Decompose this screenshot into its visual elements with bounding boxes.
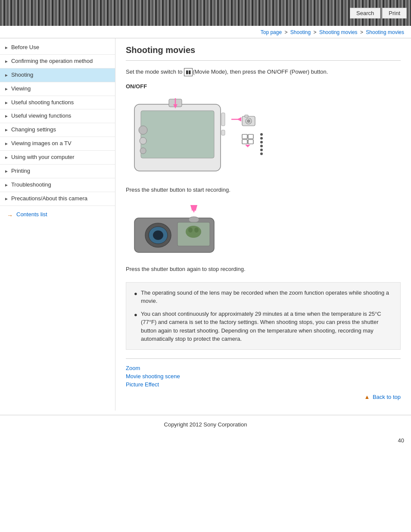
breadcrumb-shooting[interactable]: Shooting xyxy=(290,29,311,35)
arrow-icon: ► xyxy=(4,196,9,202)
svg-point-36 xyxy=(186,226,201,238)
svg-point-24 xyxy=(260,145,263,147)
svg-point-25 xyxy=(260,149,263,151)
contents-list-label: Contents list xyxy=(16,211,47,218)
sidebar-item-changing[interactable]: ► Changing settings xyxy=(0,123,115,137)
sidebar-label: Viewing images on a TV xyxy=(11,140,111,147)
svg-point-37 xyxy=(188,227,193,233)
sidebar-label: Printing xyxy=(11,168,111,175)
svg-rect-1 xyxy=(141,111,214,158)
svg-marker-20 xyxy=(245,145,250,147)
search-button[interactable]: Search xyxy=(350,8,380,19)
svg-point-22 xyxy=(260,137,263,140)
sidebar-label: Using with your computer xyxy=(11,154,111,161)
arrow-icon: ► xyxy=(4,155,9,160)
sidebar: ► Before Use ► Confirming the operation … xyxy=(0,38,115,411)
svg-rect-13 xyxy=(245,115,248,117)
svg-rect-17 xyxy=(248,134,253,139)
sidebar-item-printing[interactable]: ► Printing xyxy=(0,165,115,178)
svg-rect-8 xyxy=(221,113,225,126)
arrow-icon: ► xyxy=(4,86,9,92)
sidebar-item-shooting[interactable]: ► Shooting xyxy=(0,68,115,82)
breadcrumb-top[interactable]: Top page xyxy=(261,29,282,35)
svg-rect-19 xyxy=(248,140,253,144)
breadcrumb-shooting-movies[interactable]: Shooting movies xyxy=(319,29,358,35)
step2-text: Press the shutter button to start record… xyxy=(126,186,401,194)
page-number: 40 xyxy=(0,434,411,447)
sidebar-label: Shooting xyxy=(11,72,111,79)
print-button[interactable]: Print xyxy=(382,8,407,19)
related-link-picture-effect[interactable]: Picture Effect xyxy=(126,381,401,388)
arrow-icon: ► xyxy=(4,113,9,119)
sidebar-label: Troubleshooting xyxy=(11,181,111,189)
svg-point-12 xyxy=(247,119,250,123)
camera-diagram-1 xyxy=(126,91,281,177)
step3-text: Press the shutter button again to stop r… xyxy=(126,265,401,274)
arrow-icon: ► xyxy=(4,168,9,174)
related-link-zoom[interactable]: Zoom xyxy=(126,365,401,371)
svg-point-30 xyxy=(153,230,163,240)
notes-section: ● The operating sound of the lens may be… xyxy=(126,282,401,350)
arrow-icon: ► xyxy=(4,127,9,133)
contents-list-link[interactable]: Contents list xyxy=(0,206,115,223)
svg-point-5 xyxy=(139,126,147,134)
back-to-top-link[interactable]: ▲ Back to top xyxy=(364,394,401,400)
svg-marker-34 xyxy=(190,205,197,213)
note-item-2: ● You can shoot continuously for approxi… xyxy=(134,310,392,343)
header: Search Print xyxy=(0,0,411,26)
arrow-icon: ► xyxy=(4,141,9,146)
sidebar-label: Useful shooting functions xyxy=(11,99,111,106)
page-num-value: 40 xyxy=(398,437,404,444)
note-item-1: ● The operating sound of the lens may be… xyxy=(134,289,392,305)
sidebar-item-computer[interactable]: ► Using with your computer xyxy=(0,151,115,165)
arrow-icon: ► xyxy=(4,182,9,188)
sidebar-item-precautions[interactable]: ► Precautions/About this camera xyxy=(0,192,115,206)
svg-point-31 xyxy=(189,217,199,223)
arrow-icon: ► xyxy=(4,59,9,64)
svg-rect-18 xyxy=(242,140,247,144)
svg-point-26 xyxy=(260,152,263,155)
main-layout: ► Before Use ► Confirming the operation … xyxy=(0,38,411,411)
sidebar-item-confirming[interactable]: ► Confirming the operation method xyxy=(0,55,115,68)
page-title: Shooting movies xyxy=(126,45,401,55)
sidebar-label: Useful viewing functions xyxy=(11,112,111,120)
main-content: Shooting movies Set the mode switch to ▮… xyxy=(115,38,411,411)
arrow-right-icon xyxy=(7,212,15,216)
sidebar-label: Viewing xyxy=(11,85,111,93)
note-text-2: You can shoot continuously for approxima… xyxy=(141,310,392,343)
sidebar-label: Confirming the operation method xyxy=(11,58,111,65)
note-text-1: The operating sound of the lens may be r… xyxy=(141,289,392,305)
sidebar-label: Changing settings xyxy=(11,126,111,134)
svg-point-38 xyxy=(194,227,199,233)
svg-point-23 xyxy=(260,141,263,143)
page-title-section: Shooting movies xyxy=(126,45,401,61)
related-links: Zoom Movie shooting scene Picture Effect xyxy=(126,358,401,388)
svg-rect-16 xyxy=(242,134,247,139)
arrow-icon: ► xyxy=(4,100,9,106)
onoff-label: ON/OFF xyxy=(126,83,401,90)
triangle-up-icon: ▲ xyxy=(364,394,370,400)
sidebar-item-useful-viewing[interactable]: ► Useful viewing functions xyxy=(0,109,115,123)
sidebar-item-before-use[interactable]: ► Before Use xyxy=(0,41,115,55)
illustration-2 xyxy=(126,201,401,258)
sidebar-item-useful-shooting[interactable]: ► Useful shooting functions xyxy=(0,96,115,110)
sidebar-item-viewing-tv[interactable]: ► Viewing images on a TV xyxy=(0,137,115,151)
svg-rect-9 xyxy=(221,130,225,135)
illustration-1: ON/OFF xyxy=(126,83,401,179)
step1-text: Set the mode switch to ▮▮(Movie Mode), t… xyxy=(126,68,401,76)
breadcrumb-current: Shooting movies xyxy=(366,29,404,35)
sidebar-label: Precautions/About this camera xyxy=(11,195,111,202)
bullet-icon: ● xyxy=(134,311,141,319)
sidebar-item-troubleshooting[interactable]: ► Troubleshooting xyxy=(0,178,115,192)
copyright-text: Copyright 2012 Sony Corporation xyxy=(164,421,247,428)
footer: Copyright 2012 Sony Corporation xyxy=(0,415,411,434)
arrow-icon: ► xyxy=(4,72,9,78)
arrow-icon: ► xyxy=(4,45,9,50)
svg-point-7 xyxy=(140,148,146,154)
breadcrumb: Top page > Shooting > Shooting movies > … xyxy=(0,26,411,38)
svg-point-21 xyxy=(260,133,263,136)
related-link-movie-scene[interactable]: Movie shooting scene xyxy=(126,373,401,380)
sidebar-label: Before Use xyxy=(11,44,111,51)
sidebar-item-viewing[interactable]: ► Viewing xyxy=(0,82,115,96)
back-to-top-label: Back to top xyxy=(373,394,401,400)
